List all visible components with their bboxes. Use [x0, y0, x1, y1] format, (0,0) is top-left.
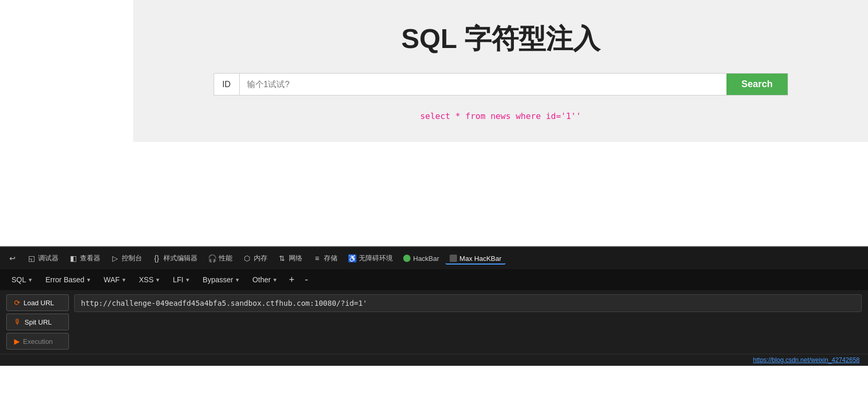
status-link[interactable]: https://blog.csdn.net/weixin_42742658 — [753, 356, 860, 364]
menu-lfi[interactable]: LFI ▼ — [168, 273, 195, 286]
hackbar-panel: SQL ▼ Error Based ▼ WAF ▼ XSS ▼ LFI ▼ By… — [0, 269, 868, 366]
menu-waf[interactable]: WAF ▼ — [99, 273, 132, 286]
url-row: ⟳ Load URL 🎙 Spit URL ▶ Execution http:/… — [0, 290, 868, 354]
a11y-label: 无障碍环境 — [359, 254, 393, 263]
devtools-tab-a11y[interactable]: ♿ 无障碍环境 — [344, 252, 397, 265]
url-and-input: ⟳ Load URL 🎙 Spit URL ▶ Execution http:/… — [6, 294, 862, 350]
execution-icon: ▶ — [14, 337, 20, 345]
performance-icon: 🎧 — [208, 254, 216, 262]
memory-icon: ⬡ — [243, 254, 251, 262]
execution-label: Execution — [23, 338, 53, 345]
menu-other-arrow: ▼ — [272, 277, 277, 283]
search-label: ID — [214, 74, 240, 95]
style-icon: {} — [153, 254, 161, 262]
menu-sql[interactable]: SQL ▼ — [6, 273, 38, 286]
maxhackbar-label: Max HacKBar — [460, 255, 501, 262]
storage-label: 存储 — [324, 254, 337, 263]
execution-button[interactable]: ▶ Execution — [6, 333, 69, 350]
page-title: SQL 字符型注入 — [401, 21, 600, 57]
inspector-label: 调试器 — [38, 254, 58, 263]
sql-query-display: select * from news where id='1'' — [420, 111, 581, 121]
menu-error-based-arrow: ▼ — [86, 277, 91, 283]
menu-dash[interactable]: - — [301, 274, 312, 285]
menu-other-label: Other — [252, 276, 271, 284]
devtools-tab-maxhackbar[interactable]: Max HacKBar — [445, 253, 506, 265]
devtools-tab-viewer[interactable]: ◧ 查看器 — [65, 252, 104, 265]
storage-icon: ≡ — [313, 254, 321, 262]
devtools-tab-inspector[interactable]: ◱ 调试器 — [23, 252, 63, 265]
status-bar: https://blog.csdn.net/weixin_42742658 — [0, 354, 868, 366]
devtools-tab-network[interactable]: ⇅ 网络 — [274, 252, 307, 265]
white-area — [133, 142, 868, 246]
menu-lfi-arrow: ▼ — [185, 277, 190, 283]
url-value: http://challenge-049eadfd45a4bfa5.sandbo… — [81, 299, 367, 307]
search-bar: ID Search — [214, 73, 788, 95]
menu-sql-label: SQL — [11, 276, 26, 284]
back-icon: ↩ — [8, 254, 17, 262]
main-content: SQL 字符型注入 ID Search select * from news w… — [133, 0, 868, 142]
console-icon: ▷ — [111, 254, 119, 262]
search-input[interactable] — [240, 74, 727, 95]
devtools-tab-style[interactable]: {} 样式编辑器 — [148, 252, 202, 265]
menu-bypasser-label: Bypasser — [203, 276, 233, 284]
performance-label: 性能 — [219, 254, 232, 263]
devtools-tab-memory[interactable]: ⬡ 内存 — [239, 252, 272, 265]
menu-xss-label: XSS — [139, 276, 154, 284]
load-url-label: Load URL — [24, 299, 54, 307]
hackbar-menu: SQL ▼ Error Based ▼ WAF ▼ XSS ▼ LFI ▼ By… — [0, 269, 868, 290]
network-icon: ⇅ — [278, 254, 286, 262]
load-url-icon: ⟳ — [14, 298, 20, 307]
devtools-tab-performance[interactable]: 🎧 性能 — [204, 252, 237, 265]
network-label: 网络 — [289, 254, 302, 263]
a11y-icon: ♿ — [348, 254, 356, 262]
viewer-label: 查看器 — [80, 254, 100, 263]
menu-sql-arrow: ▼ — [28, 277, 33, 283]
load-url-button[interactable]: ⟳ Load URL — [6, 294, 69, 311]
spit-url-label: Spit URL — [25, 318, 52, 326]
menu-error-based-label: Error Based — [45, 276, 85, 284]
hackbar-dot-icon — [403, 255, 410, 262]
memory-label: 内存 — [254, 254, 267, 263]
viewer-icon: ◧ — [69, 254, 77, 262]
menu-error-based[interactable]: Error Based ▼ — [40, 273, 97, 286]
menu-xss-arrow: ▼ — [155, 277, 160, 283]
menu-other[interactable]: Other ▼ — [247, 273, 283, 286]
search-button[interactable]: Search — [726, 74, 787, 95]
maxhackbar-square-icon — [450, 255, 457, 262]
console-label: 控制台 — [122, 254, 142, 263]
url-input-area: http://challenge-049eadfd45a4bfa5.sandbo… — [74, 294, 862, 312]
devtools-tab-hackbar[interactable]: HackBar — [399, 253, 443, 265]
spit-url-icon: 🎙 — [14, 318, 21, 326]
menu-bypasser-arrow: ▼ — [234, 277, 240, 283]
menu-waf-arrow: ▼ — [121, 277, 126, 283]
menu-xss[interactable]: XSS ▼ — [134, 273, 166, 286]
menu-waf-label: WAF — [104, 276, 120, 284]
inspector-icon: ◱ — [27, 254, 36, 262]
devtools-bar: ↩ ◱ 调试器 ◧ 查看器 ▷ 控制台 {} 样式编辑器 🎧 性能 ⬡ 内存 ⇅… — [0, 246, 868, 269]
spit-url-button[interactable]: 🎙 Spit URL — [6, 314, 69, 330]
devtools-back-btn[interactable]: ↩ — [4, 252, 21, 265]
menu-bypasser[interactable]: Bypasser ▼ — [197, 273, 245, 286]
menu-lfi-label: LFI — [173, 276, 183, 284]
style-label: 样式编辑器 — [163, 254, 197, 263]
menu-plus[interactable]: + — [285, 274, 299, 285]
hackbar-label: HackBar — [413, 255, 439, 262]
devtools-tab-storage[interactable]: ≡ 存储 — [309, 252, 342, 265]
buttons-col: ⟳ Load URL 🎙 Spit URL ▶ Execution — [6, 294, 69, 350]
devtools-tab-console[interactable]: ▷ 控制台 — [107, 252, 146, 265]
